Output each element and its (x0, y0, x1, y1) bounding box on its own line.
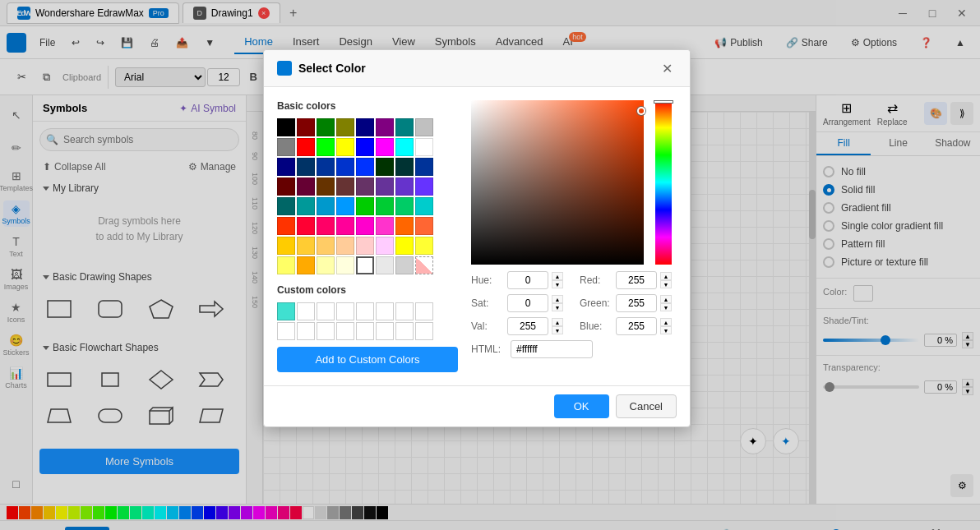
swatch-r2-2[interactable] (317, 158, 335, 176)
swatch-blue[interactable] (356, 138, 374, 156)
custom-swatch-3[interactable] (336, 302, 354, 320)
sat-down[interactable]: ▼ (552, 303, 563, 311)
swatch-r4-3[interactable] (336, 197, 354, 215)
swatch-r5-4[interactable] (356, 217, 374, 235)
custom-swatch-4[interactable] (356, 302, 374, 320)
swatch-r2-3[interactable] (336, 158, 354, 176)
swatch-r6-6[interactable] (395, 237, 414, 255)
swatch-r2-1[interactable] (297, 158, 315, 176)
custom-swatch-2[interactable] (317, 302, 335, 320)
custom-swatch-9[interactable] (297, 322, 315, 340)
swatch-r7-6[interactable] (395, 256, 414, 274)
swatch-r2-0[interactable] (277, 158, 295, 176)
swatch-r7-2[interactable] (317, 256, 335, 274)
ok-button[interactable]: OK (554, 394, 609, 418)
swatch-r6-0[interactable] (277, 237, 295, 255)
swatch-olive[interactable] (336, 118, 354, 136)
custom-swatch-14[interactable] (395, 322, 414, 340)
swatch-darkred[interactable] (297, 118, 315, 136)
swatch-gray[interactable] (277, 138, 295, 156)
val-down[interactable]: ▼ (552, 326, 563, 334)
custom-swatch-1[interactable] (297, 302, 315, 320)
val-up[interactable]: ▲ (552, 318, 563, 326)
custom-swatch-13[interactable] (376, 322, 394, 340)
custom-swatch-12[interactable] (356, 322, 374, 340)
swatch-r4-0[interactable] (277, 197, 295, 215)
swatch-purple[interactable] (376, 118, 394, 136)
swatch-white-selected[interactable] (356, 256, 374, 274)
swatch-r4-7[interactable] (415, 197, 433, 215)
swatch-r4-2[interactable] (317, 197, 335, 215)
swatch-r6-5[interactable] (376, 237, 394, 255)
red-down[interactable]: ▼ (660, 280, 672, 288)
swatch-red[interactable] (297, 138, 315, 156)
val-input[interactable]: 255 (507, 317, 548, 335)
swatch-r5-6[interactable] (395, 217, 414, 235)
swatch-r3-0[interactable] (277, 177, 295, 196)
sat-up[interactable]: ▲ (552, 295, 563, 303)
custom-swatch-5[interactable] (376, 302, 394, 320)
custom-swatch-11[interactable] (336, 322, 354, 340)
custom-swatch-15[interactable] (415, 322, 433, 340)
swatch-r3-3[interactable] (336, 177, 354, 196)
swatch-r2-7[interactable] (415, 158, 433, 176)
swatch-r6-3[interactable] (336, 237, 354, 255)
green-down[interactable]: ▼ (660, 303, 672, 311)
swatch-r6-2[interactable] (317, 237, 335, 255)
swatch-r3-6[interactable] (395, 177, 414, 196)
swatch-r5-0[interactable] (277, 217, 295, 235)
swatch-r5-2[interactable] (317, 217, 335, 235)
blue-input[interactable]: 255 (616, 317, 657, 335)
swatch-fuchsia[interactable] (376, 138, 394, 156)
swatch-silver[interactable] (415, 118, 433, 136)
sat-input[interactable]: 0 (507, 294, 548, 312)
html-input[interactable]: #ffffff (511, 340, 593, 358)
swatch-white[interactable] (415, 138, 433, 156)
custom-swatch-7[interactable] (415, 302, 433, 320)
blue-down[interactable]: ▼ (660, 326, 672, 334)
swatch-yellow[interactable] (336, 138, 354, 156)
swatch-r2-4[interactable] (356, 158, 374, 176)
swatch-navy[interactable] (356, 118, 374, 136)
swatch-r6-4[interactable] (356, 237, 374, 255)
swatch-r6-7[interactable] (415, 237, 433, 255)
swatch-r4-6[interactable] (395, 197, 414, 215)
swatch-r4-1[interactable] (297, 197, 315, 215)
hue-thumb[interactable] (654, 100, 673, 104)
swatch-r3-2[interactable] (317, 177, 335, 196)
custom-swatch-teal[interactable] (277, 302, 295, 320)
swatch-r5-7[interactable] (415, 217, 433, 235)
swatch-lime[interactable] (317, 138, 335, 156)
red-input[interactable]: 255 (616, 271, 657, 289)
blue-up[interactable]: ▲ (660, 318, 672, 326)
swatch-r6-1[interactable] (297, 237, 315, 255)
swatch-transparent[interactable] (415, 256, 433, 274)
swatch-r3-4[interactable] (356, 177, 374, 196)
swatch-r7-1[interactable] (297, 256, 315, 274)
swatch-r5-5[interactable] (376, 217, 394, 235)
green-up[interactable]: ▲ (660, 295, 672, 303)
swatch-r7-3[interactable] (336, 256, 354, 274)
swatch-r4-4[interactable] (356, 197, 374, 215)
swatch-r2-6[interactable] (395, 158, 414, 176)
swatch-r3-7[interactable] (415, 177, 433, 196)
swatch-r3-1[interactable] (297, 177, 315, 196)
swatch-r7-0[interactable] (277, 256, 295, 274)
red-up[interactable]: ▲ (660, 272, 672, 280)
hue-gradient[interactable] (655, 100, 672, 265)
green-input[interactable]: 255 (616, 294, 657, 312)
swatch-r4-5[interactable] (376, 197, 394, 215)
add-custom-colors-button[interactable]: Add to Custom Colors (277, 347, 458, 372)
custom-swatch-10[interactable] (317, 322, 335, 340)
hue-up[interactable]: ▲ (552, 272, 563, 280)
custom-swatch-6[interactable] (395, 302, 414, 320)
gradient-picker[interactable] (471, 100, 652, 265)
swatch-r5-3[interactable] (336, 217, 354, 235)
swatch-r2-5[interactable] (376, 158, 394, 176)
swatch-r5-1[interactable] (297, 217, 315, 235)
custom-swatch-8[interactable] (277, 322, 295, 340)
cancel-button[interactable]: Cancel (616, 394, 677, 418)
swatch-darkgreen[interactable] (317, 118, 335, 136)
swatch-r3-5[interactable] (376, 177, 394, 196)
dialog-close-button[interactable]: ✕ (657, 58, 677, 78)
